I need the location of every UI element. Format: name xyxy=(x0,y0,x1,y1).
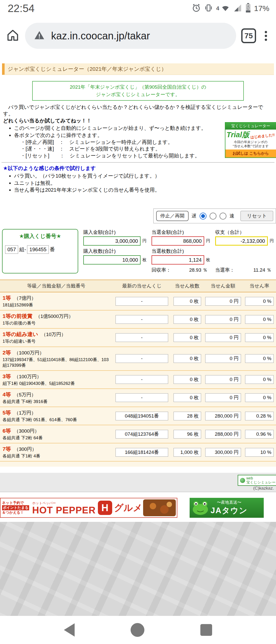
latest-win-cell: - xyxy=(116,315,168,324)
win-amount-unit: 円 xyxy=(206,238,210,244)
table-row: 2等（1000万円）137組199347番、51組110418番、86組1121… xyxy=(0,347,276,371)
hotpepper-tagline: ネット予約で ポイントたまる ＆つかえる！ xyxy=(1,501,31,515)
badge-name-label: 宝くじシミュレータ xyxy=(246,480,276,484)
rank-label: 1等の前後賞 xyxy=(3,313,32,319)
winning-numbers: 各組共通 下2桁 64番 xyxy=(3,435,111,441)
prize-label: （1000万円） xyxy=(14,350,44,355)
balance-unit: 円 xyxy=(270,238,274,244)
win-count-value: 1,124 xyxy=(152,255,204,264)
win-count-label: 当選枚数(合計) xyxy=(152,248,210,255)
sidebar-ad-try-button[interactable]: お試しは こちらから xyxy=(225,150,276,157)
badge-web-label: web xyxy=(246,476,253,480)
winning-numbers: 組下1桁 0組190430番、5組185262番 xyxy=(3,381,111,386)
tab-counter-button[interactable]: 75 xyxy=(241,28,256,43)
hotpepper-gourmet-label: グルメ xyxy=(114,502,143,514)
balance-label: 収支（合計） xyxy=(215,229,274,236)
browser-menu-icon[interactable] xyxy=(261,29,270,42)
wifi-icon xyxy=(221,3,230,14)
sidebar-ad-started: はじめました!! xyxy=(250,133,275,140)
purchase-totals-column: 購入金額(合計) 3,000,000 円 購入枚数(合計) 10,000 枚 xyxy=(83,229,146,273)
win-amount-cell: 0 円 xyxy=(205,375,241,384)
latest-win-cell: 166組181424番 xyxy=(116,448,168,457)
latest-win-cell: - xyxy=(116,354,168,363)
win-rate-cell: 0.28 % xyxy=(245,412,274,420)
web-simulator-badge[interactable]: web 宝くじシミュレータ xyxy=(238,475,276,486)
header-count: 当せん枚数 xyxy=(171,280,203,292)
webpage-viewport: ジャンボ宝くじシミュレーター（2021年／年末ジャンボ宝くじ） 2021年「年末… xyxy=(0,58,276,616)
site-warning-icon xyxy=(34,30,45,42)
purchase-count-value: 10,000 xyxy=(83,255,141,264)
ticket-group-field: 057 xyxy=(5,245,18,254)
condition-1: バラ買い。（バラ10枚セットを買うイメージで試行します。） xyxy=(14,172,276,179)
food-photo xyxy=(143,499,176,516)
intro-paragraph: バラ買いでジャンボ宝くじがどれくらい当たるか？どれくらい儲かるか？を検証する宝く… xyxy=(3,104,273,124)
win-rate-cell: 0 % xyxy=(245,333,274,342)
prize-label: （10万円） xyxy=(41,332,66,337)
status-time: 22:54 xyxy=(8,2,34,15)
hotpepper-ad-banner[interactable]: ネット予約で ポイントたまる ＆つかえる！ ホットペッパー HOT PEPPER… xyxy=(0,498,177,518)
status-bar: 22:54 4 17% xyxy=(0,0,276,16)
speed-radio-medium[interactable] xyxy=(210,213,216,220)
prize-label: （100万円） xyxy=(14,374,42,379)
speed-slow-label: 遅 xyxy=(192,213,197,219)
ticket-group-suffix: 組- xyxy=(19,246,26,253)
win-amount-cell: 280,000 円 xyxy=(205,412,241,420)
back-icon[interactable] xyxy=(64,623,75,637)
win-rate-cell: 0.96 % xyxy=(245,430,274,439)
pause-resume-button[interactable]: 停止／再開 xyxy=(156,211,189,221)
ja-town-text: 〜産地直送〜 JAタウン xyxy=(211,500,248,516)
battery-icon xyxy=(245,3,251,14)
win-rate-cell: 0 % xyxy=(245,354,274,363)
purchase-count-label: 購入枚数(合計) xyxy=(83,248,146,255)
home-icon[interactable] xyxy=(6,28,20,43)
sidebar-ad-line1: 今回の年末ジャンボの xyxy=(225,140,276,144)
intro-text: バラ買いでジャンボ宝くじがどれくらい当たるか？どれくらい儲かるか？を検証する宝く… xyxy=(3,104,273,117)
table-row: 1等の組み違い（10万円）1等の組違い番号 - 0 枚 0 円 0 % xyxy=(0,329,276,347)
ja-town-ad-banner[interactable]: 〜産地直送〜 JAタウン xyxy=(190,498,264,518)
table-row: 3等（100万円）組下1桁 0組190430番、5組185262番 - 0 枚 … xyxy=(0,371,276,389)
winning-numbers: 各組共通 下4桁 3916番 xyxy=(3,399,111,405)
win-rate-cell: 0 % xyxy=(245,315,274,324)
android-nav-bar xyxy=(0,616,276,644)
sidebar-ad[interactable]: 宝くじシミュレーター Trial版 はじめました!! 今回の年末ジャンボの “当… xyxy=(225,122,276,158)
copyright-text: (C)kazkaz. xyxy=(253,486,274,491)
win-amount-cell: 0 円 xyxy=(205,297,241,306)
network-type-indicator: 4 xyxy=(216,5,219,12)
reset-button[interactable]: リセット xyxy=(240,211,273,221)
latest-win-cell: 074組123764番 xyxy=(116,430,168,439)
win-rate-cell: 10 % xyxy=(245,448,274,457)
latest-win-cell: - xyxy=(116,393,168,402)
rank-label: 6等 xyxy=(3,428,11,434)
header-rank: 等級／当籤金額／当籤番号 xyxy=(0,280,112,292)
win-amount-cell: 0 円 xyxy=(205,393,241,402)
winning-numbers: 1等の前後の番号 xyxy=(3,320,111,326)
rank-label: 3等 xyxy=(3,373,11,379)
home-circle-icon[interactable] xyxy=(131,623,144,637)
winning-numbers: 各組共通 下3桁 051番、614番、760番 xyxy=(3,417,111,423)
win-amount-cell: 300,000 円 xyxy=(205,448,241,457)
latest-win-cell: 048組194051番 xyxy=(116,412,168,420)
purchase-count-unit: 枚 xyxy=(142,257,146,263)
url-bar[interactable]: kaz.in.coocan.jp/takar xyxy=(25,23,236,49)
condition-2: ユニットは無視。 xyxy=(14,180,276,186)
sidebar-ad-title: 宝くじシミュレーター xyxy=(225,123,276,130)
simulation-controls: 停止／再開 遅 速 リセット xyxy=(153,209,276,223)
win-count-cell: 0 枚 xyxy=(174,297,201,306)
purchase-amount-label: 購入金額(合計) xyxy=(83,229,146,236)
win-count-cell: 1,000 枚 xyxy=(174,448,201,457)
latest-win-cell: - xyxy=(116,297,168,306)
rank-label: 2等 xyxy=(3,350,11,355)
rank-label: 5等 xyxy=(3,410,11,416)
speed-fast-label: 速 xyxy=(229,213,234,219)
table-row-empty xyxy=(0,462,276,467)
winning-totals-column: 当選金額(合計) 868,000 円 当選枚数(合計) 1,124 枚 回収率：… xyxy=(152,229,210,273)
recents-icon[interactable] xyxy=(200,624,212,636)
battery-percent: 17% xyxy=(254,4,269,13)
hotpepper-brand: ホットペッパー HOT PEPPER xyxy=(32,501,96,515)
alarm-icon xyxy=(192,3,201,14)
win-rate-cell: 0 % xyxy=(245,375,274,384)
speed-radio-slow[interactable] xyxy=(200,213,206,220)
win-count-cell: 96 枚 xyxy=(174,430,201,439)
win-amount-cell: 0 円 xyxy=(205,354,241,363)
speed-radio-fast[interactable] xyxy=(220,213,226,220)
